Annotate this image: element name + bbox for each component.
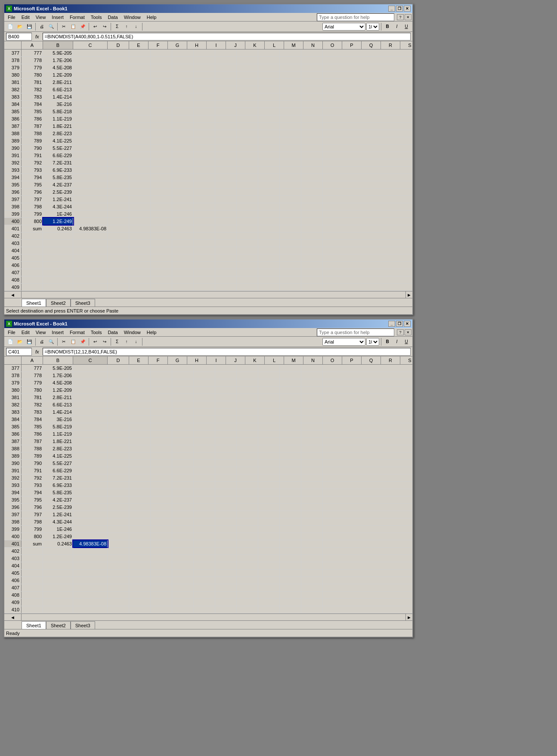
font-selector-2[interactable]: Arial: [322, 338, 365, 346]
empty-cell[interactable]: [108, 577, 129, 584]
empty-cell[interactable]: [237, 409, 258, 415]
empty-cell[interactable]: [237, 79, 258, 86]
empty-cell[interactable]: [280, 555, 301, 562]
empty-cell[interactable]: [172, 599, 194, 606]
empty-cell[interactable]: [301, 86, 323, 93]
empty-cell[interactable]: [172, 401, 194, 408]
empty-cell[interactable]: [301, 460, 323, 467]
empty-cell[interactable]: [172, 50, 194, 56]
empty-cell[interactable]: [129, 225, 151, 232]
empty-cell[interactable]: [108, 372, 129, 379]
empty-cell[interactable]: [215, 137, 237, 144]
empty-cell[interactable]: [172, 247, 194, 254]
empty-cell[interactable]: [237, 365, 258, 372]
empty-cell[interactable]: [215, 130, 237, 137]
empty-cell[interactable]: [258, 86, 280, 93]
hscroll-track-2[interactable]: [22, 614, 405, 620]
empty-cell[interactable]: [172, 152, 194, 159]
col-header-i-2[interactable]: I: [207, 356, 226, 364]
empty-cell[interactable]: [301, 452, 323, 459]
cell-a[interactable]: [22, 592, 43, 598]
empty-cell[interactable]: [237, 225, 258, 232]
empty-cell[interactable]: [215, 518, 237, 525]
empty-cell[interactable]: [258, 394, 280, 401]
empty-cell[interactable]: [129, 379, 151, 386]
empty-cell[interactable]: [280, 592, 301, 598]
empty-cell[interactable]: [237, 518, 258, 525]
empty-cell[interactable]: [258, 167, 280, 174]
cell-b[interactable]: 1E-246: [43, 526, 73, 533]
empty-cell[interactable]: [280, 64, 301, 71]
empty-cell[interactable]: [108, 284, 129, 291]
empty-cell[interactable]: [151, 145, 172, 152]
cell-b[interactable]: 4.5E-208: [43, 64, 73, 71]
empty-cell[interactable]: [129, 401, 151, 408]
print-btn-2[interactable]: 🖨: [37, 338, 46, 346]
empty-cell[interactable]: [258, 203, 280, 210]
empty-cell[interactable]: [280, 394, 301, 401]
empty-cell[interactable]: [301, 101, 323, 108]
bold-btn-1[interactable]: B: [383, 22, 392, 31]
empty-cell[interactable]: [129, 504, 151, 511]
empty-cell[interactable]: [151, 276, 172, 283]
empty-cell[interactable]: [172, 137, 194, 144]
empty-cell[interactable]: [237, 247, 258, 254]
cell-a[interactable]: 784: [22, 416, 43, 423]
empty-cell[interactable]: [194, 365, 215, 372]
cell-b[interactable]: [43, 232, 73, 239]
empty-cell[interactable]: [151, 504, 172, 511]
empty-cell[interactable]: [280, 526, 301, 533]
cell-a[interactable]: 778: [22, 57, 43, 64]
empty-cell[interactable]: [215, 606, 237, 613]
empty-cell[interactable]: [151, 394, 172, 401]
empty-cell[interactable]: [151, 365, 172, 372]
empty-cell[interactable]: [258, 445, 280, 452]
cell-b[interactable]: 1.4E-214: [43, 409, 73, 415]
empty-cell[interactable]: [215, 533, 237, 540]
empty-cell[interactable]: [151, 232, 172, 239]
empty-cell[interactable]: [151, 174, 172, 181]
empty-cell[interactable]: [258, 196, 280, 203]
cell-c[interactable]: [73, 93, 108, 100]
empty-cell[interactable]: [194, 409, 215, 415]
cell-b[interactable]: 3E-216: [43, 416, 73, 423]
empty-cell[interactable]: [108, 181, 129, 188]
col-header-f-1[interactable]: F: [149, 41, 168, 49]
col-header-o-1[interactable]: O: [323, 41, 342, 49]
cell-c[interactable]: [73, 167, 108, 174]
cell-c[interactable]: [73, 57, 108, 64]
empty-cell[interactable]: [151, 79, 172, 86]
empty-cell[interactable]: [301, 496, 323, 503]
cell-c[interactable]: [73, 269, 108, 276]
empty-cell[interactable]: [108, 423, 129, 430]
cell-c[interactable]: [73, 232, 108, 239]
empty-cell[interactable]: [280, 181, 301, 188]
empty-cell[interactable]: [194, 577, 215, 584]
empty-cell[interactable]: [237, 203, 258, 210]
empty-cell[interactable]: [280, 159, 301, 166]
col-header-k-1[interactable]: K: [245, 41, 265, 49]
empty-cell[interactable]: [151, 152, 172, 159]
empty-cell[interactable]: [172, 474, 194, 481]
cell-a[interactable]: [22, 269, 43, 276]
open-btn-1[interactable]: 📂: [15, 22, 24, 31]
cell-a[interactable]: 782: [22, 401, 43, 408]
save-btn-1[interactable]: 💾: [25, 22, 34, 31]
empty-cell[interactable]: [301, 467, 323, 474]
empty-cell[interactable]: [129, 423, 151, 430]
empty-cell[interactable]: [301, 130, 323, 137]
cell-c[interactable]: [73, 174, 108, 181]
cell-b[interactable]: 5.8E-235: [43, 489, 73, 496]
col-header-f-2[interactable]: F: [149, 356, 168, 364]
empty-cell[interactable]: [172, 387, 194, 393]
empty-cell[interactable]: [151, 599, 172, 606]
cut-btn-2[interactable]: ✂: [59, 338, 68, 346]
empty-cell[interactable]: [172, 79, 194, 86]
empty-cell[interactable]: [237, 101, 258, 108]
empty-cell[interactable]: [280, 584, 301, 591]
col-header-d-2[interactable]: D: [108, 356, 129, 364]
sort-desc-1[interactable]: ↓: [132, 22, 140, 31]
empty-cell[interactable]: [194, 269, 215, 276]
col-header-b-2[interactable]: B: [43, 356, 73, 364]
cell-a[interactable]: 777: [22, 365, 43, 372]
